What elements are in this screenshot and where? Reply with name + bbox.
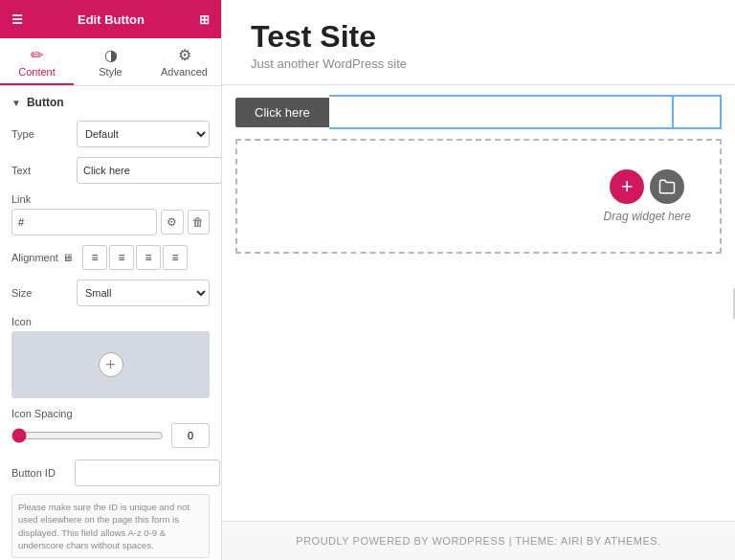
link-label: Link	[11, 193, 210, 205]
right-panel: Test Site Just another WordPress site Cl…	[222, 0, 735, 560]
align-justify-btn[interactable]: ≡	[163, 245, 188, 270]
style-tab-label: Style	[99, 66, 122, 78]
text-label: Text	[11, 165, 71, 176]
help-text: Please make sure the ID is unique and no…	[11, 494, 210, 558]
advanced-tab-label: Advanced	[161, 66, 208, 78]
drag-widget-label: Drag widget here	[604, 210, 691, 223]
panel-content: ▼ Button Type Default Info Success Warni…	[0, 86, 221, 560]
drag-add-btn[interactable]: +	[610, 169, 644, 204]
link-gear-btn[interactable]: ⚙	[161, 210, 184, 235]
tab-content[interactable]: ✏ Content	[0, 38, 74, 85]
alignment-row: Alignment 🖥 ≡ ≡ ≡ ≡	[11, 245, 210, 270]
align-right-btn[interactable]: ≡	[136, 245, 161, 270]
link-section: Link ⚙ 🗑	[11, 193, 210, 235]
content-tab-icon: ✏	[4, 46, 70, 64]
text-field-row: Text 🗑	[11, 157, 210, 184]
size-label: Size	[11, 287, 71, 299]
size-select[interactable]: Small Medium Large	[77, 280, 210, 306]
button-id-section: Button ID 🗑 Please make sure the ID is u…	[11, 459, 210, 558]
text-input[interactable]	[77, 157, 221, 184]
top-bar: ☰ Edit Button ⊞	[0, 0, 221, 38]
style-tab-icon: ◑	[78, 46, 144, 64]
button-edit-handle	[674, 95, 722, 129]
section-arrow-icon: ▼	[11, 98, 21, 108]
tab-style[interactable]: ◑ Style	[74, 38, 147, 85]
type-select[interactable]: Default Info Success Warning Danger	[77, 121, 210, 147]
slider-row	[11, 423, 210, 448]
monitor-icon: 🖥	[62, 252, 73, 263]
section-header-button: ▼ Button	[11, 96, 210, 109]
icon-label: Icon	[11, 316, 210, 327]
type-label: Type	[11, 128, 71, 140]
link-row: ⚙ 🗑	[11, 209, 210, 235]
button-select-overlay	[329, 95, 674, 129]
icon-spacing-section: Icon Spacing	[11, 408, 210, 448]
section-label: Button	[27, 96, 64, 109]
grid-icon[interactable]: ⊞	[199, 12, 210, 27]
alignment-label-group: Alignment 🖥	[11, 252, 78, 263]
drag-folder-btn[interactable]	[650, 169, 684, 204]
site-tagline: Just another WordPress site	[251, 56, 706, 71]
size-field-row: Size Small Medium Large	[11, 280, 210, 306]
icon-add-circle: +	[99, 352, 123, 377]
site-content: Click here + Drag widget here ‹	[222, 85, 735, 521]
content-tab-label: Content	[18, 66, 56, 78]
advanced-tab-icon: ⚙	[151, 46, 217, 64]
site-footer: PROUDLY POWERED BY WORDPRESS | THEME: AI…	[222, 521, 735, 560]
tabs-bar: ✏ Content ◑ Style ⚙ Advanced	[0, 38, 221, 86]
link-delete-btn[interactable]: 🗑	[188, 210, 211, 235]
drag-widget-btns: +	[610, 169, 684, 204]
tab-advanced[interactable]: ⚙ Advanced	[147, 38, 221, 85]
icon-spacing-label: Icon Spacing	[11, 408, 210, 419]
hamburger-icon[interactable]: ☰	[11, 12, 23, 27]
button-widget-area: Click here	[222, 85, 735, 129]
button-id-row: Button ID 🗑	[11, 459, 210, 486]
link-input[interactable]	[11, 209, 157, 235]
icon-section: Icon +	[11, 316, 210, 398]
site-header: Test Site Just another WordPress site	[222, 0, 735, 85]
left-panel: ☰ Edit Button ⊞ ✏ Content ◑ Style ⚙ Adva…	[0, 0, 222, 560]
icon-placeholder[interactable]: +	[11, 331, 210, 398]
align-center-btn[interactable]: ≡	[109, 245, 134, 270]
alignment-label: Alignment	[11, 252, 58, 263]
alignment-buttons: ≡ ≡ ≡ ≡	[82, 245, 188, 270]
widget-drop-area: + Drag widget here	[235, 139, 722, 254]
icon-spacing-slider[interactable]	[11, 428, 164, 443]
button-id-input[interactable]	[75, 459, 220, 486]
icon-spacing-value[interactable]	[171, 423, 210, 448]
button-id-label: Button ID	[11, 467, 71, 479]
drag-widget-group: + Drag widget here	[604, 169, 691, 223]
align-left-btn[interactable]: ≡	[82, 245, 107, 270]
site-title: Test Site	[251, 19, 706, 55]
footer-text: PROUDLY POWERED BY WORDPRESS | THEME: AI…	[296, 535, 660, 547]
topbar-title: Edit Button	[78, 12, 145, 27]
preview-button[interactable]: Click here	[235, 98, 329, 127]
type-field-row: Type Default Info Success Warning Danger	[11, 121, 210, 147]
